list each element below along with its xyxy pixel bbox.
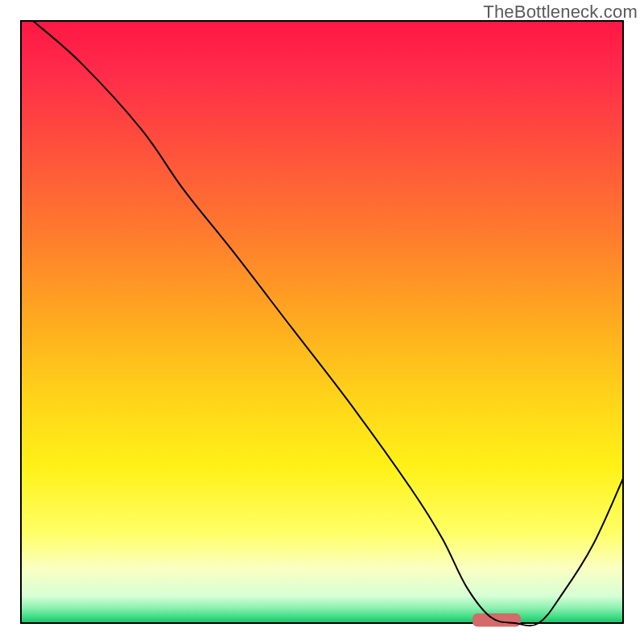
plot-background [21,21,623,623]
chart-stage: TheBottleneck.com [0,0,644,644]
chart-svg [0,0,644,644]
